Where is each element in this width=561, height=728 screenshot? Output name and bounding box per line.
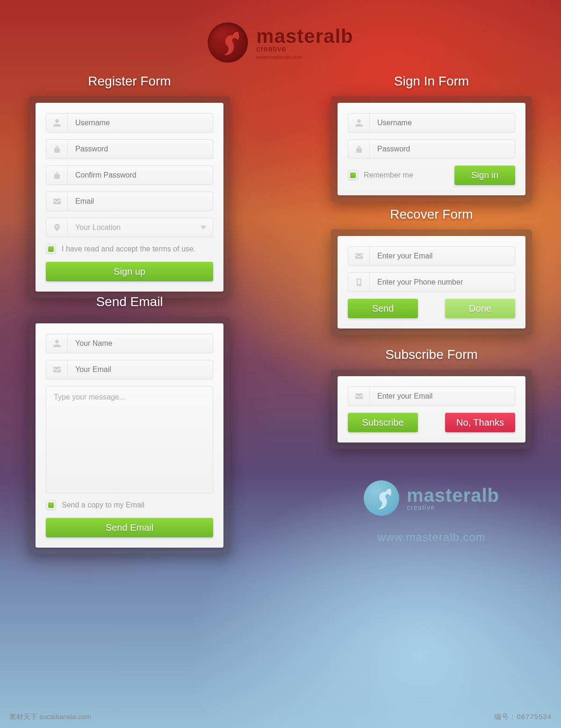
recover-phone-field[interactable]	[348, 272, 515, 292]
recover-title: Recover Form	[331, 207, 532, 222]
recover-panel: Send Done	[331, 229, 532, 335]
send-title: Send Email	[29, 294, 230, 309]
no-thanks-button[interactable]: No, Thanks	[445, 413, 515, 432]
brand-logo-top: masteralb creative www.masteralb.com	[208, 22, 353, 63]
pin-icon	[46, 218, 68, 237]
location-select-value: Your Location	[68, 218, 194, 237]
lock-icon	[46, 166, 68, 185]
lock-icon	[46, 140, 68, 158]
send-email-field[interactable]	[46, 360, 213, 379]
brand-name: masteralb	[256, 25, 353, 48]
brand-logo-icon-bottom	[364, 480, 399, 516]
location-field[interactable]: Your Location	[46, 218, 213, 237]
brand-url-small: www.masteralb.com	[256, 54, 353, 60]
terms-label: I have read and accept the terms of use.	[62, 245, 195, 253]
user-icon	[46, 334, 68, 353]
signup-button[interactable]: Sign up	[46, 262, 213, 281]
mail-icon	[46, 192, 68, 211]
name-input[interactable]	[68, 334, 213, 353]
subscribe-email-input[interactable]	[370, 387, 515, 406]
brand-logo-icon	[208, 22, 248, 63]
subscribe-email-field[interactable]	[348, 386, 515, 406]
username-input[interactable]	[68, 114, 213, 132]
mail-icon	[46, 360, 68, 379]
recover-send-button[interactable]: Send	[348, 299, 418, 318]
message-textarea[interactable]: Type your message...	[46, 386, 213, 493]
username-field[interactable]	[46, 113, 213, 133]
brand-url: www.masteralb.com	[377, 531, 486, 544]
signin-panel: Remember me Sign in	[331, 96, 532, 202]
password-input[interactable]	[68, 140, 213, 158]
email-field[interactable]	[46, 192, 213, 211]
terms-checkbox[interactable]	[46, 244, 56, 254]
remember-label: Remember me	[364, 171, 413, 179]
remember-checkbox[interactable]	[348, 170, 358, 180]
footer: 素材天下 sucaitianxia.com 编号：06775534	[0, 713, 561, 721]
phone-icon	[348, 273, 370, 292]
subscribe-title: Subscribe Form	[331, 347, 532, 362]
signin-password-field[interactable]	[348, 139, 515, 159]
footer-left: 素材天下 sucaitianxia.com	[9, 713, 91, 721]
recover-email-field[interactable]	[348, 246, 515, 266]
mail-icon	[348, 247, 370, 265]
brand-logo-bottom: masteralb creative www.masteralb.com	[331, 480, 532, 544]
register-panel: Your Location I have read and accept the…	[29, 96, 230, 298]
signin-username-input[interactable]	[370, 114, 515, 132]
confirm-password-field[interactable]	[46, 165, 213, 185]
subscribe-panel: Subscribe No, Thanks	[331, 370, 532, 449]
name-field[interactable]	[46, 334, 213, 353]
brand-subtitle: creative	[256, 45, 353, 53]
send-copy-label: Send a copy to my Email	[62, 501, 144, 509]
mail-icon	[348, 387, 370, 406]
password-field[interactable]	[46, 139, 213, 159]
recover-phone-input[interactable]	[370, 273, 515, 292]
user-icon	[348, 114, 370, 132]
send-email-button[interactable]: Send Email	[46, 518, 213, 537]
signin-username-field[interactable]	[348, 113, 515, 133]
recover-email-input[interactable]	[370, 247, 515, 265]
send-email-input[interactable]	[68, 360, 213, 379]
email-input[interactable]	[68, 192, 213, 211]
signin-button[interactable]: Sign in	[454, 165, 515, 185]
footer-right: 编号：06775534	[494, 713, 552, 721]
signin-title: Sign In Form	[331, 74, 532, 89]
chevron-down-icon	[194, 218, 213, 237]
recover-done-button[interactable]: Done	[445, 299, 515, 318]
send-copy-checkbox[interactable]	[46, 500, 56, 510]
signin-password-input[interactable]	[370, 140, 515, 158]
register-title: Register Form	[29, 74, 230, 89]
confirm-password-input[interactable]	[68, 166, 213, 185]
lock-icon	[348, 140, 370, 158]
send-email-panel: Type your message... Send a copy to my E…	[29, 317, 230, 554]
user-icon	[46, 114, 68, 132]
subscribe-button[interactable]: Subscribe	[348, 413, 418, 432]
